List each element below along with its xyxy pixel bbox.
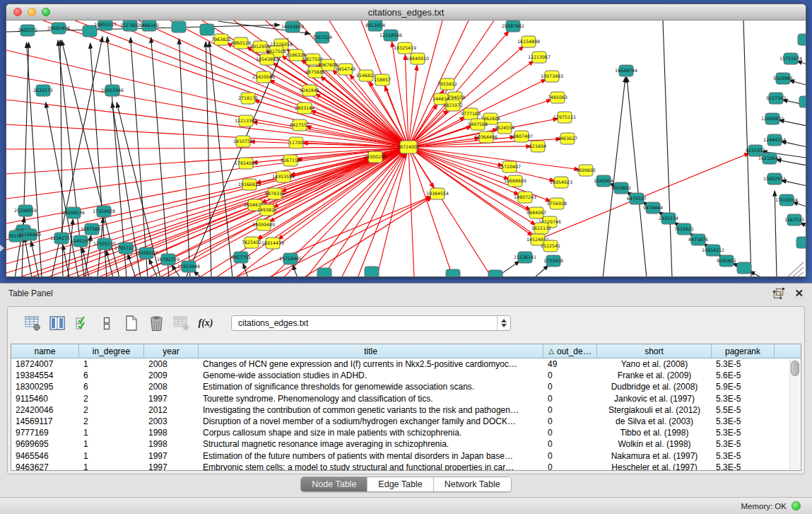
- graph-node[interactable]: 9463627: [558, 133, 577, 144]
- table-row[interactable]: 969969511998Structural magnetic resonanc…: [11, 438, 801, 450]
- graph-node[interactable]: 8860128: [231, 37, 251, 49]
- graph-node[interactable]: 18325419: [394, 42, 416, 54]
- graph-node[interactable]: 17359928: [93, 206, 115, 217]
- graph-node[interactable]: 1527602: [120, 21, 140, 31]
- table-row[interactable]: 1872400712008Changes of HCN gene express…: [11, 358, 801, 370]
- graph-node[interactable]: 20691406: [47, 23, 70, 34]
- graph-node[interactable]: 12975115: [553, 112, 576, 123]
- table-row[interactable]: 977716911998Corpus callosum shape and si…: [11, 427, 801, 438]
- graph-node[interactable]: 1167533: [784, 214, 804, 226]
- graph-node[interactable]: 12213967: [528, 52, 551, 63]
- column-header-pagerank[interactable]: pagerank: [712, 344, 775, 358]
- graph-node[interactable]: 8471876: [688, 234, 708, 245]
- column-header-name[interactable]: name: [11, 344, 79, 358]
- graph-node[interactable]: 9699695: [576, 165, 596, 176]
- graph-node[interactable]: 2633170: [33, 85, 53, 96]
- minimize-window-button[interactable]: [28, 8, 36, 16]
- graph-node[interactable]: 16648784: [615, 65, 637, 76]
- column-header-year[interactable]: year: [144, 344, 199, 358]
- graph-node[interactable]: 16033809: [281, 21, 304, 33]
- graph-node[interactable]: 16154808: [517, 36, 540, 47]
- graph-node[interactable]: 1640954: [594, 175, 613, 187]
- graph-node[interactable]: 1615132: [531, 223, 551, 234]
- graph-node[interactable]: [83, 25, 97, 37]
- graph-node[interactable]: 12923448: [177, 261, 200, 272]
- graph-node[interactable]: 6479197: [627, 193, 647, 204]
- table-row[interactable]: 946362711997Embryonic stem cells: a mode…: [11, 462, 801, 471]
- graph-node[interactable]: 12213369: [235, 115, 257, 127]
- graph-node[interactable]: 8427552: [290, 119, 310, 131]
- graph-node[interactable]: 10654112: [702, 245, 724, 256]
- graph-node[interactable]: 16914479: [261, 238, 284, 249]
- show-columns-button[interactable]: [48, 314, 66, 332]
- graph-node[interactable]: 9756928: [547, 198, 567, 209]
- tab-node-table[interactable]: Node Table: [301, 477, 367, 491]
- graph-node[interactable]: 2935114: [659, 213, 678, 224]
- graph-node[interactable]: 9777169: [461, 108, 481, 119]
- table-row[interactable]: 2242004622012Investigating the contribut…: [11, 404, 801, 416]
- table-row[interactable]: 946554611997Estimation of the future num…: [11, 450, 801, 462]
- graph-node[interactable]: 16954923: [550, 177, 572, 188]
- memory-status-indicator[interactable]: [792, 501, 801, 510]
- table-row[interactable]: 911546021997Tourette syndrome. Phenomeno…: [11, 393, 801, 404]
- graph-node[interactable]: 7955812: [437, 78, 457, 90]
- graph-node[interactable]: 9227343: [766, 93, 786, 104]
- graph-node[interactable]: 15751074: [779, 53, 802, 64]
- graph-node[interactable]: 2405572: [18, 25, 37, 36]
- graph-node[interactable]: 18807243: [514, 192, 536, 203]
- graph-node[interactable]: 158857: [374, 74, 391, 86]
- create-column-button[interactable]: [122, 314, 141, 332]
- graph-node[interactable]: 3624554: [495, 122, 514, 134]
- column-header-short[interactable]: short: [597, 344, 712, 358]
- table-mode-button[interactable]: [23, 314, 42, 332]
- graph-node[interactable]: 18640910: [406, 53, 429, 64]
- network-canvas[interactable]: 2405572206914061065525715276029466160160…: [6, 21, 806, 277]
- graph-node[interactable]: [799, 96, 806, 107]
- graph-node[interactable]: 8267150: [281, 155, 300, 166]
- combo-stepper-icon[interactable]: [497, 316, 510, 330]
- scrollbar-thumb[interactable]: [791, 361, 799, 376]
- graph-node[interactable]: [796, 237, 806, 248]
- graph-node[interactable]: 1810755: [233, 136, 253, 147]
- graph-node[interactable]: 17016504: [775, 194, 798, 206]
- graph-node[interactable]: 1145193: [71, 235, 90, 247]
- unselect-all-button[interactable]: [98, 314, 116, 332]
- graph-node[interactable]: 12444154: [763, 134, 786, 146]
- select-all-button[interactable]: [73, 314, 91, 332]
- tab-network-table[interactable]: Network Table: [434, 477, 511, 491]
- graph-node[interactable]: [737, 262, 751, 274]
- column-header-title[interactable]: title: [199, 344, 543, 358]
- graph-node[interactable]: 1821072: [443, 100, 463, 111]
- graph-node[interactable]: 7963822: [211, 34, 231, 45]
- graph-node[interactable]: 1733426: [543, 255, 563, 267]
- graph-node[interactable]: 9875685: [305, 66, 325, 78]
- graph-node[interactable]: [317, 268, 331, 277]
- graph-node[interactable]: 9329966: [773, 73, 793, 84]
- graph-node[interactable]: 8813054: [365, 21, 385, 31]
- delete-table-button[interactable]: [172, 314, 190, 332]
- graph-node[interactable]: 2718176: [238, 93, 258, 104]
- graph-node[interactable]: 8878334: [265, 188, 285, 199]
- float-panel-icon[interactable]: [773, 288, 784, 299]
- graph-node[interactable]: 7357224: [312, 32, 332, 43]
- column-header-in_degree[interactable]: in_degree: [79, 344, 144, 358]
- graph-node[interactable]: [365, 267, 379, 277]
- graph-node[interactable]: 9245652: [717, 255, 736, 267]
- graph-node[interactable]: 2803144: [295, 103, 314, 114]
- node-table[interactable]: namein_degreeyeartitle△out_de…shortpager…: [11, 344, 801, 471]
- graph-node[interactable]: 20053346: [101, 85, 124, 96]
- graph-node[interactable]: 9953892: [611, 182, 631, 194]
- close-panel-icon[interactable]: ✕: [794, 288, 804, 299]
- graph-node[interactable]: 9242845: [300, 85, 319, 96]
- graph-node[interactable]: 19166825: [238, 179, 261, 190]
- graph-node[interactable]: 10975887: [81, 223, 103, 235]
- graph-node[interactable]: 2522541: [541, 240, 560, 252]
- graph-node[interactable]: [798, 34, 806, 45]
- tab-edge-table[interactable]: Edge Table: [367, 477, 433, 491]
- graph-node[interactable]: 11700: [289, 137, 303, 148]
- graph-node[interactable]: 20587682: [502, 21, 524, 32]
- graph-node[interactable]: 1493822: [257, 204, 277, 216]
- table-row[interactable]: 1830029562008Estimation of significance …: [11, 381, 801, 392]
- graph-node[interactable]: [172, 21, 186, 33]
- graph-node[interactable]: 9474444: [643, 202, 663, 214]
